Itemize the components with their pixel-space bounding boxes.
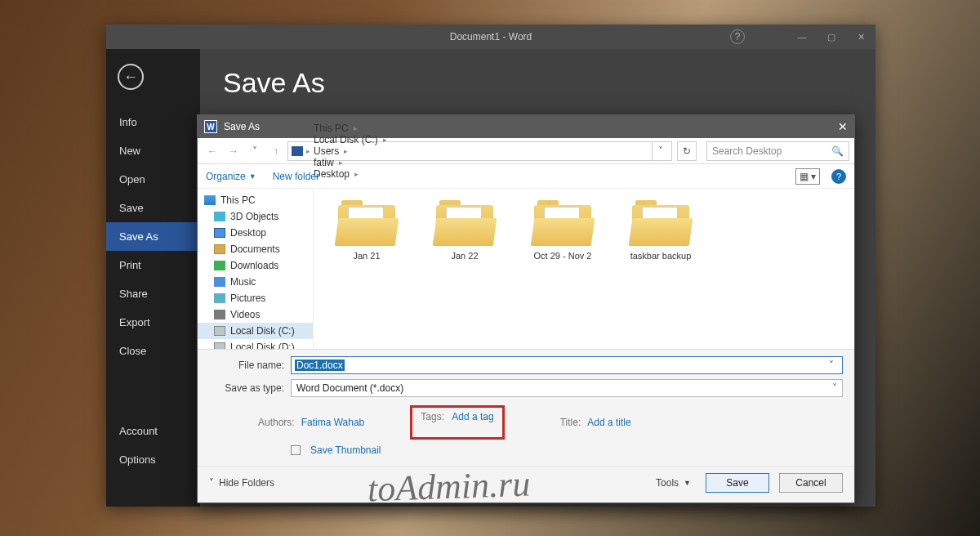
tags-highlight-box: Tags: Add a tag bbox=[410, 405, 504, 440]
search-input[interactable]: Search Desktop 🔍 bbox=[706, 141, 849, 161]
pc-icon bbox=[204, 195, 216, 205]
tree-item-documents[interactable]: Documents bbox=[198, 241, 313, 257]
tree-item-videos[interactable]: Videos bbox=[198, 306, 313, 323]
folder-label: Jan 22 bbox=[428, 251, 501, 261]
folder-tree[interactable]: This PC3D ObjectsDesktopDocumentsDownloa… bbox=[198, 189, 314, 349]
folder-item[interactable]: taskbar backup bbox=[624, 200, 697, 261]
filename-dropdown-icon[interactable]: ˅ bbox=[824, 360, 839, 371]
filename-input[interactable]: Doc1.docx ˅ bbox=[291, 356, 843, 374]
tree-item-local-disk-c-[interactable]: Local Disk (C:) bbox=[198, 323, 313, 339]
folder-label: Jan 21 bbox=[330, 251, 403, 261]
sidebar-item-close[interactable]: Close bbox=[106, 337, 200, 365]
music-icon bbox=[214, 277, 225, 287]
breadcrumb-segment[interactable]: Local Disk (C:) ▸ bbox=[314, 134, 387, 145]
page-title: Save As bbox=[223, 67, 875, 99]
search-placeholder: Search Desktop bbox=[712, 145, 831, 157]
save-button[interactable]: Save bbox=[706, 473, 769, 493]
sidebar-item-info[interactable]: Info bbox=[106, 108, 200, 136]
breadcrumb[interactable]: ▸ This PC ▸Local Disk (C:) ▸Users ▸fatiw… bbox=[287, 141, 672, 161]
search-icon: 🔍 bbox=[831, 145, 844, 157]
tags-value[interactable]: Add a tag bbox=[452, 411, 493, 422]
dialog-toolbar: Organize ▼ New folder ▦ ▾ ? bbox=[198, 164, 854, 189]
dialog-help-button[interactable]: ? bbox=[831, 169, 846, 184]
dialog-title: Save As bbox=[224, 121, 260, 132]
maximize-button[interactable]: ▢ bbox=[817, 25, 846, 49]
dialog-actions: ˅ Hide Folders Tools ▼ Save Cancel bbox=[198, 466, 854, 502]
sidebar-item-open[interactable]: Open bbox=[106, 165, 200, 194]
chevron-down-icon: ˅ bbox=[209, 477, 214, 489]
tree-item-music[interactable]: Music bbox=[198, 274, 313, 290]
breadcrumb-segment[interactable]: Users ▸ bbox=[314, 145, 387, 157]
folder-label: taskbar backup bbox=[624, 251, 697, 261]
thumbnail-checkbox[interactable] bbox=[291, 445, 301, 455]
pc-icon bbox=[292, 146, 303, 156]
back-button[interactable]: ← bbox=[118, 64, 144, 90]
tree-item-downloads[interactable]: Downloads bbox=[198, 257, 313, 274]
chevron-down-icon: ▼ bbox=[249, 172, 256, 181]
doc-icon bbox=[214, 244, 225, 254]
disk-icon bbox=[214, 326, 225, 336]
type-value: Word Document (*.docx) bbox=[296, 382, 403, 394]
breadcrumb-dropdown-icon[interactable]: ˅ bbox=[652, 142, 668, 160]
pic-icon bbox=[214, 293, 225, 303]
folder-item[interactable]: Jan 21 bbox=[330, 200, 403, 261]
authors-value[interactable]: Fatima Wahab bbox=[301, 417, 365, 428]
filename-label: File name: bbox=[209, 360, 284, 371]
folder-item[interactable]: Oct 29 - Nov 2 bbox=[526, 200, 599, 261]
view-options-button[interactable]: ▦ ▾ bbox=[795, 168, 820, 185]
dialog-nav-bar: ← → ˅ ↑ ▸ This PC ▸Local Disk (C:) ▸User… bbox=[198, 138, 854, 164]
new-folder-button[interactable]: New folder bbox=[273, 171, 319, 182]
chevron-right-icon[interactable]: ▸ bbox=[354, 124, 358, 132]
titlebar: Document1 - Word ? — ▢ ✕ bbox=[106, 25, 875, 49]
type-dropdown-icon: ˅ bbox=[832, 382, 837, 394]
tree-item-local-disk-d-[interactable]: Local Disk (D:) bbox=[198, 339, 313, 349]
close-button[interactable]: ✕ bbox=[846, 25, 875, 49]
tags-label: Tags: bbox=[421, 411, 444, 422]
folder-icon bbox=[534, 200, 591, 246]
hide-folders-toggle[interactable]: ˅ Hide Folders bbox=[209, 477, 274, 489]
vid-icon bbox=[214, 310, 225, 319]
nav-forward-icon[interactable]: → bbox=[224, 141, 243, 161]
disk-icon bbox=[214, 342, 225, 349]
tree-item-desktop[interactable]: Desktop bbox=[198, 225, 313, 241]
type-select[interactable]: Word Document (*.docx) ˅ bbox=[291, 379, 843, 397]
chevron-right-icon[interactable]: ▸ bbox=[383, 136, 387, 144]
tree-item-this-pc[interactable]: This PC bbox=[198, 192, 313, 208]
sidebar-item-save-as[interactable]: Save As bbox=[106, 222, 200, 251]
save-as-dialog: W Save As ✕ ← → ˅ ↑ ▸ This PC ▸Local Dis… bbox=[197, 114, 855, 503]
folder-icon bbox=[436, 200, 493, 246]
thumbnail-label: Save Thumbnail bbox=[310, 444, 381, 456]
sidebar-item-print[interactable]: Print bbox=[106, 251, 200, 279]
refresh-button[interactable]: ↻ bbox=[677, 141, 697, 161]
sidebar-item-new[interactable]: New bbox=[106, 136, 200, 165]
tools-menu[interactable]: Tools ▼ bbox=[656, 477, 691, 489]
recent-locations-icon[interactable]: ˅ bbox=[245, 141, 265, 161]
3d-icon bbox=[214, 212, 225, 221]
tree-item-pictures[interactable]: Pictures bbox=[198, 290, 313, 306]
sidebar-item-share[interactable]: Share bbox=[106, 279, 200, 308]
tree-item-3d-objects[interactable]: 3D Objects bbox=[198, 208, 313, 225]
dialog-bottom-panel: File name: Doc1.docx ˅ Save as type: Wor… bbox=[198, 349, 854, 466]
sidebar-item-account[interactable]: Account bbox=[106, 417, 200, 445]
chevron-right-icon[interactable]: ▸ bbox=[344, 147, 348, 155]
breadcrumb-segment[interactable]: This PC ▸ bbox=[314, 123, 387, 134]
dialog-close-button[interactable]: ✕ bbox=[838, 120, 848, 133]
organize-menu[interactable]: Organize ▼ bbox=[206, 171, 256, 182]
sidebar-item-options[interactable]: Options bbox=[106, 445, 200, 474]
dialog-titlebar: W Save As ✕ bbox=[198, 115, 854, 138]
folder-label: Oct 29 - Nov 2 bbox=[526, 251, 599, 261]
sidebar-item-export[interactable]: Export bbox=[106, 308, 200, 337]
nav-up-icon[interactable]: ↑ bbox=[266, 141, 286, 161]
backstage-sidebar: ← InfoNewOpenSaveSave AsPrintShareExport… bbox=[106, 49, 200, 507]
sidebar-item-save[interactable]: Save bbox=[106, 194, 200, 222]
folder-icon bbox=[632, 200, 689, 246]
nav-back-icon[interactable]: ← bbox=[203, 141, 222, 161]
desk-icon bbox=[214, 228, 225, 238]
file-pane[interactable]: Jan 21Jan 22Oct 29 - Nov 2taskbar backup bbox=[314, 189, 854, 349]
help-icon[interactable]: ? bbox=[730, 29, 745, 44]
chevron-right-icon[interactable]: ▸ bbox=[306, 147, 310, 155]
cancel-button[interactable]: Cancel bbox=[779, 473, 843, 493]
minimize-button[interactable]: — bbox=[787, 25, 817, 49]
title-value[interactable]: Add a title bbox=[587, 417, 630, 428]
folder-item[interactable]: Jan 22 bbox=[428, 200, 501, 261]
